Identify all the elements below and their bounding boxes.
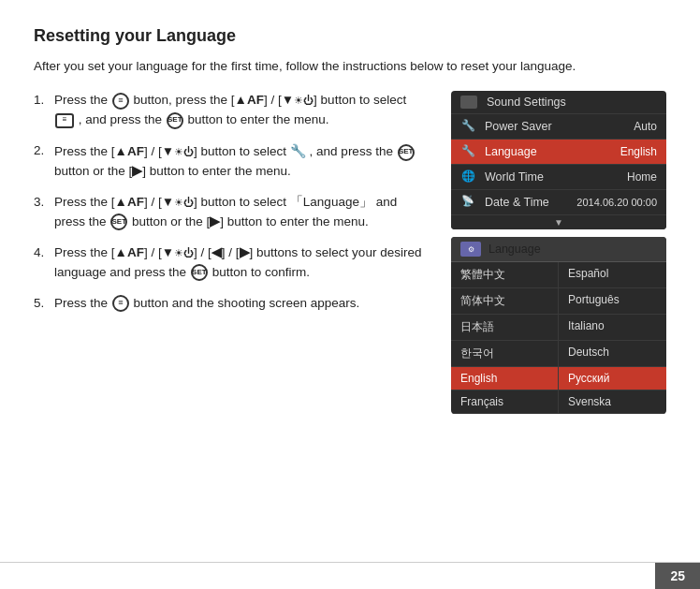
panel-scroll-arrow: ▼ [451, 215, 666, 229]
panels-column: Sound Settings 🔧 Power Saver Auto 🔧 [451, 91, 666, 414]
lang-header-icon: ⚙ [460, 242, 481, 257]
lang-cell-italiano: Italiano [559, 315, 666, 341]
lang-cell-svenska: Svenska [559, 390, 666, 414]
lang-cell-russian: Русский [559, 367, 666, 390]
lang-cell-korean: 한국어 [451, 341, 559, 367]
lang-cell-simp-chinese: 简体中文 [451, 288, 559, 315]
language-row-left: 🔧 Language [460, 144, 537, 159]
settings-row-language: 🔧 Language English [451, 140, 666, 165]
datetime-row-left: 📡 Date & Time [460, 195, 549, 210]
step-1-num: 1. [34, 91, 54, 130]
step-1-text: Press the ≡ button, press the [▲AF] / [▼… [54, 91, 429, 130]
step-4-text: Press the [▲AF] / [▼☀⏻] / [◀] / [▶] butt… [54, 243, 429, 283]
worldtime-row-left: 🌐 World Time [460, 169, 544, 184]
page-number-area: 25 [0, 562, 700, 589]
radio-icon: 📡 [460, 195, 475, 210]
step-3-text: Press the [▲AF] / [▼☀⏻] button to select… [54, 193, 429, 232]
lang-cell-english: English [451, 367, 559, 390]
step-2-num: 2. [34, 141, 54, 182]
sound-label: Sound Settings [487, 96, 566, 109]
step-2-text: Press the [▲AF] / [▼☀⏻] button to select… [54, 141, 429, 182]
menu-symbol: ≡ [55, 113, 74, 128]
set-icon-4: SET [191, 264, 208, 281]
settings-row-sound: Sound Settings [451, 91, 666, 114]
step-5-text: Press the ≡ button and the shooting scre… [54, 294, 429, 314]
step-1: 1. Press the ≡ button, press the [▲AF] /… [34, 91, 429, 130]
language-value: English [620, 145, 657, 158]
language-panel-title: Language [489, 243, 541, 256]
lang-cell-trad-chinese: 繁體中文 [451, 262, 559, 288]
page-number: 25 [655, 563, 700, 589]
lang-cell-portugues: Português [559, 288, 666, 315]
language-label: Language [485, 145, 537, 158]
menu-icon-5: ≡ [112, 295, 129, 312]
lang-cell-espanol: Español [559, 262, 666, 288]
settings-panel: Sound Settings 🔧 Power Saver Auto 🔧 [451, 91, 666, 229]
wrench-icon-power: 🔧 [460, 119, 475, 134]
lang-cell-japanese: 日本語 [451, 315, 559, 341]
language-panel: ⚙ Language 繁體中文 Español 简体中文 Português 日… [451, 237, 666, 414]
step-4-num: 4. [34, 243, 54, 283]
step-5-num: 5. [34, 294, 54, 314]
step-2: 2. Press the [▲AF] / [▼☀⏻] button to sel… [34, 141, 429, 182]
datetime-value: 2014.06.20 00:00 [576, 197, 657, 208]
steps-column: 1. Press the ≡ button, press the [▲AF] /… [34, 91, 429, 324]
instructions-area: 1. Press the ≡ button, press the [▲AF] /… [34, 91, 666, 414]
sound-row-left: Sound Settings [460, 96, 566, 109]
settings-row-power: 🔧 Power Saver Auto [451, 114, 666, 140]
step-3-num: 3. [34, 193, 54, 232]
set-icon: SET [167, 112, 183, 129]
language-grid: 繁體中文 Español 简体中文 Português 日本語 Italiano… [451, 262, 666, 414]
worldtime-value: Home [627, 170, 657, 184]
page-title: Resetting your Language [34, 26, 666, 46]
intro-text: After you set your language for the firs… [34, 57, 666, 76]
settings-row-datetime: 📡 Date & Time 2014.06.20 00:00 [451, 190, 666, 215]
lang-cell-deutsch: Deutsch [559, 341, 666, 367]
language-panel-header: ⚙ Language [451, 237, 666, 262]
step-4: 4. Press the [▲AF] / [▼☀⏻] / [◀] / [▶] b… [34, 243, 429, 283]
datetime-label: Date & Time [485, 196, 549, 209]
menu-icon: ≡ [112, 93, 129, 110]
power-label: Power Saver [485, 120, 552, 133]
worldtime-label: World Time [485, 170, 544, 184]
lang-cell-francais: Français [451, 390, 559, 414]
globe-icon: 🌐 [460, 169, 475, 184]
wrench-icon-lang: 🔧 [460, 144, 475, 159]
step-5: 5. Press the ≡ button and the shooting s… [34, 294, 429, 314]
set-icon-2: SET [398, 144, 415, 161]
settings-row-worldtime: 🌐 World Time Home [451, 165, 666, 190]
step-3: 3. Press the [▲AF] / [▼☀⏻] button to sel… [34, 193, 429, 232]
power-row-left: 🔧 Power Saver [460, 119, 552, 134]
power-value: Auto [634, 120, 657, 133]
camera-icon [460, 96, 477, 109]
page-content: Resetting your Language After you set yo… [0, 0, 700, 433]
set-icon-3: SET [110, 214, 127, 230]
